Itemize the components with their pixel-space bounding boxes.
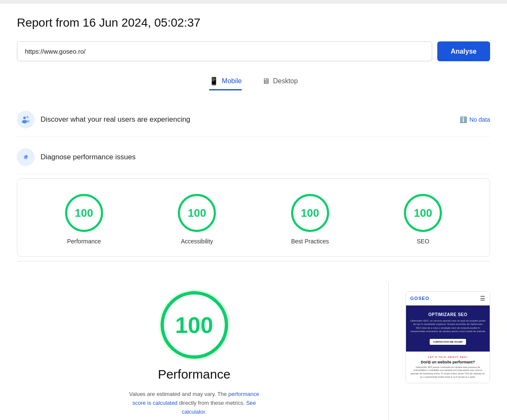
metric-best-practices: 100 Best Practices [291,194,329,245]
seo-score: 100 [414,207,432,220]
desc-middle: directly from these metrics. [179,400,245,406]
hamburger-icon: ☰ [480,295,485,302]
accessibility-score: 100 [188,207,206,220]
no-data-badge[interactable]: ℹ️ No data [460,116,490,123]
preview-hero: OPTIMIZARE SEO Optimizăm SEO, un servici… [406,305,490,352]
section2-text: Optimizăm SEO pentru motoarele de căutar… [410,366,485,379]
url-bar: Analyse [17,41,490,61]
website-preview: GOSEO ☰ OPTIMIZARE SEO Optimizăm SEO, un… [406,291,490,383]
logo-go: GO [410,296,418,301]
preview-section2: LET'S TALK ABOUT SEO! Doriți un website … [406,352,490,383]
main-content: Report from 16 Jun 2024, 05:02:37 Analys… [0,3,507,420]
real-users-row: Discover what your real users are experi… [17,103,490,136]
hero-title: OPTIMIZARE SEO [410,312,485,317]
top-bar [0,0,507,3]
tab-desktop-label: Desktop [273,77,298,85]
analyse-button[interactable]: Analyse [437,41,490,61]
url-input[interactable] [17,41,432,61]
performance-score-circle: 100 [65,194,103,232]
section2-label: LET'S TALK ABOUT SEO! [410,356,485,358]
real-users-title: Discover what your real users are experi… [41,115,454,124]
best-practices-score-circle: 100 [291,194,329,232]
performance-detail: 100 Performance Values are estimated and… [17,274,490,420]
best-practices-score: 100 [301,207,319,220]
logo-seo: SEO [418,296,429,301]
performance-detail-name: Performance [158,367,231,382]
svg-point-3 [26,120,30,123]
svg-point-0 [23,117,26,119]
desc-start: Values are estimated and may vary. The [129,391,227,397]
mobile-icon: 📱 [209,76,218,86]
desc-end: . [205,409,207,415]
accessibility-score-circle: 100 [178,194,216,232]
best-practices-label: Best Practices [291,238,329,245]
diagnose-section: Diagnose performance issues 100 Performa… [17,141,490,420]
tab-desktop[interactable]: 🖥 Desktop [262,76,298,90]
accessibility-label: Accessibility [181,238,213,245]
tab-mobile[interactable]: 📱 Mobile [209,76,242,90]
vertical-divider [388,283,389,420]
performance-score: 100 [75,207,93,220]
desktop-icon: 🖥 [262,77,270,86]
svg-point-6 [26,155,28,157]
preview-header: GOSEO ☰ [406,292,490,305]
hero-text: Optimizăm SEO, un serviciu special care … [410,319,485,333]
seo-score-circle: 100 [404,194,442,232]
diagnose-icon [17,148,35,166]
big-score-value: 100 [175,312,213,338]
metric-seo: 100 SEO [404,194,442,245]
diagnose-row: Diagnose performance issues [17,141,490,174]
metric-performance: 100 Performance [65,194,103,245]
preview-cta[interactable]: CONTACTAȚI-NE ACUM! [430,339,466,345]
real-users-icon [17,111,35,128]
diagnose-title: Diagnose performance issues [41,153,490,161]
divider [17,261,490,262]
info-icon: ℹ️ [460,116,467,123]
no-data-label: No data [469,116,490,123]
section2-title: Doriți un website performant? [410,360,485,364]
performance-left: 100 Performance Values are estimated and… [17,283,371,420]
report-title: Report from 16 Jun 2024, 05:02:37 [17,16,490,30]
metric-accessibility: 100 Accessibility [178,194,216,245]
tabs-row: 📱 Mobile 🖥 Desktop [17,76,490,90]
svg-point-1 [27,116,29,118]
performance-label: Performance [67,238,101,245]
big-score-circle: 100 [161,291,228,359]
svg-point-2 [22,120,27,123]
tab-mobile-label: Mobile [222,77,242,85]
preview-logo: GOSEO [410,296,429,301]
metrics-card: 100 Performance 100 Accessibility 100 Be… [17,178,490,257]
seo-label: SEO [417,238,429,245]
performance-desc: Values are estimated and may vary. The p… [123,390,266,416]
